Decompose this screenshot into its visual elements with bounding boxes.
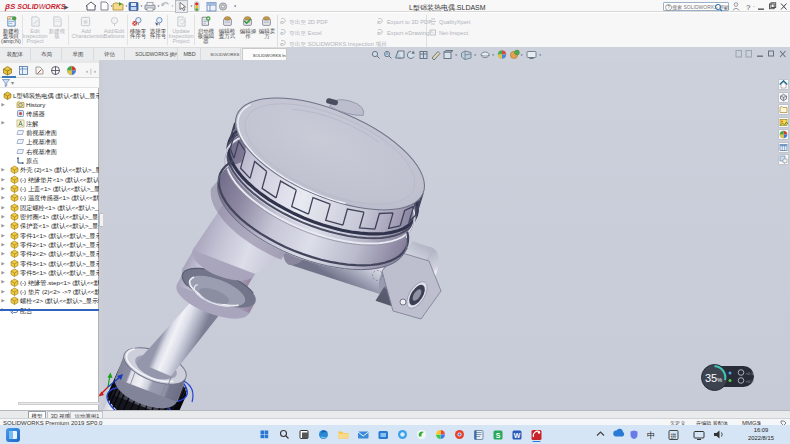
- svg-text:S: S: [496, 432, 501, 439]
- svg-text:×0.5: ×0.5: [746, 379, 755, 384]
- svg-text:A: A: [18, 120, 23, 127]
- svg-text:W: W: [514, 432, 521, 439]
- svg-text:中: 中: [647, 430, 656, 440]
- svg-text:?: ?: [667, 5, 670, 10]
- svg-text:拼: 拼: [671, 433, 677, 439]
- svg-text:?: ?: [746, 3, 751, 12]
- svg-text:⊗: ⊗: [83, 19, 88, 25]
- svg-text:35%: 35%: [705, 372, 722, 384]
- svg-text:×0.5: ×0.5: [746, 371, 755, 376]
- svg-text:⋅: ⋅: [753, 4, 755, 10]
